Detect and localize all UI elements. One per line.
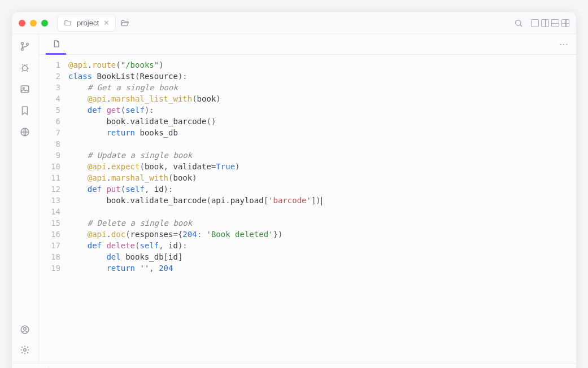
code-line[interactable]: @api.expect(book, validate=True) <box>68 161 576 172</box>
line-gutter: 12345678910111213141516171819 <box>39 55 66 363</box>
maximize-window-button[interactable] <box>41 20 48 27</box>
line-number: 5 <box>39 104 60 116</box>
layout-controls <box>531 19 569 27</box>
svg-point-6 <box>23 87 24 89</box>
file-tabs: ⋯ <box>39 34 576 55</box>
project-tab-group: project ✕ <box>57 15 116 32</box>
settings-icon[interactable] <box>20 345 31 356</box>
code-line[interactable]: del books_db[id] <box>68 251 576 262</box>
minimize-window-button[interactable] <box>30 20 37 27</box>
code-line[interactable]: return '', 204 <box>68 262 576 274</box>
statusbar: 1 5 0 Lin 1, Col 1 Spaces: 4 UTF-8 LF [ … <box>12 363 576 368</box>
close-window-button[interactable] <box>19 20 25 27</box>
code-line[interactable] <box>68 138 576 150</box>
line-number: 11 <box>39 172 60 183</box>
project-tab[interactable]: project ✕ <box>57 15 116 32</box>
line-number: 14 <box>39 206 60 217</box>
main: ⋯ 12345678910111213141516171819 @api.rou… <box>39 34 576 363</box>
line-number: 6 <box>39 116 60 127</box>
line-number: 1 <box>39 59 60 71</box>
line-number: 18 <box>39 251 60 262</box>
layout-grid-icon[interactable] <box>561 19 569 27</box>
code-line[interactable]: # Delete a single book <box>68 217 576 229</box>
branch-icon[interactable] <box>20 41 31 52</box>
body: ⋯ 12345678910111213141516171819 @api.rou… <box>12 34 576 363</box>
line-number: 19 <box>39 262 60 274</box>
code-line[interactable] <box>68 206 576 217</box>
code-line[interactable]: book.validate_barcode() <box>68 116 576 127</box>
line-number: 12 <box>39 183 60 195</box>
code-line[interactable]: @api.route("/books") <box>68 59 576 71</box>
line-number: 7 <box>39 127 60 138</box>
line-number: 16 <box>39 229 60 240</box>
code-line[interactable]: @api.marshal_list_with(book) <box>68 93 576 104</box>
svg-rect-5 <box>21 86 29 93</box>
globe-icon[interactable] <box>20 127 31 138</box>
folder-icon <box>63 19 72 28</box>
layout-split-horizontal-icon[interactable] <box>551 19 559 27</box>
code-line[interactable]: @api.marshal_with(book) <box>68 172 576 183</box>
file-icon <box>51 39 60 48</box>
code-content[interactable]: @api.route("/books")class BookList(Resou… <box>66 55 576 363</box>
window-controls <box>19 20 48 27</box>
code-line[interactable]: book.validate_barcode(api.payload['barco… <box>68 195 576 206</box>
code-line[interactable]: def get(self): <box>68 104 576 116</box>
layout-split-vertical-icon[interactable] <box>541 19 549 27</box>
more-tabs-icon[interactable]: ⋯ <box>559 39 569 50</box>
line-number: 4 <box>39 93 60 104</box>
svg-point-10 <box>23 349 26 352</box>
svg-point-3 <box>26 43 28 45</box>
text-cursor <box>321 197 322 205</box>
line-number: 3 <box>39 82 60 93</box>
line-number: 15 <box>39 217 60 229</box>
svg-point-9 <box>23 327 26 330</box>
user-icon[interactable] <box>20 325 31 336</box>
svg-point-1 <box>21 42 23 45</box>
open-file-icon[interactable] <box>120 19 129 28</box>
close-tab-icon[interactable]: ✕ <box>103 19 110 27</box>
code-line[interactable]: # Update a single book <box>68 150 576 161</box>
search-icon[interactable] <box>514 19 523 28</box>
line-number: 8 <box>39 138 60 150</box>
titlebar-actions <box>120 19 129 28</box>
line-number: 13 <box>39 195 60 206</box>
code-line[interactable]: def put(self, id): <box>68 183 576 195</box>
line-number: 10 <box>39 161 60 172</box>
line-number: 9 <box>39 150 60 161</box>
bookmark-icon[interactable] <box>20 106 31 117</box>
line-number: 17 <box>39 240 60 251</box>
code-line[interactable]: class BookList(Resource): <box>68 71 576 82</box>
code-line[interactable]: def delete(self, id): <box>68 240 576 251</box>
sidebar <box>12 34 39 363</box>
bug-icon[interactable] <box>20 63 31 74</box>
titlebar: project ✕ <box>12 12 576 34</box>
editor-window: project ✕ <box>11 11 577 368</box>
code-editor[interactable]: 12345678910111213141516171819 @api.route… <box>39 55 576 363</box>
line-number: 2 <box>39 71 60 82</box>
image-icon[interactable] <box>20 84 31 95</box>
svg-point-4 <box>22 65 27 71</box>
titlebar-right <box>514 19 569 28</box>
layout-single-icon[interactable] <box>531 19 539 27</box>
sidebar-bottom <box>20 325 31 356</box>
code-line[interactable]: return books_db <box>68 127 576 138</box>
svg-point-2 <box>21 48 23 50</box>
file-tab-active[interactable] <box>46 34 66 55</box>
project-tab-label: project <box>77 19 99 27</box>
svg-point-0 <box>516 20 521 25</box>
code-line[interactable]: # Get a single book <box>68 82 576 93</box>
code-line[interactable]: @api.doc(responses={204: 'Book deleted'}… <box>68 229 576 240</box>
